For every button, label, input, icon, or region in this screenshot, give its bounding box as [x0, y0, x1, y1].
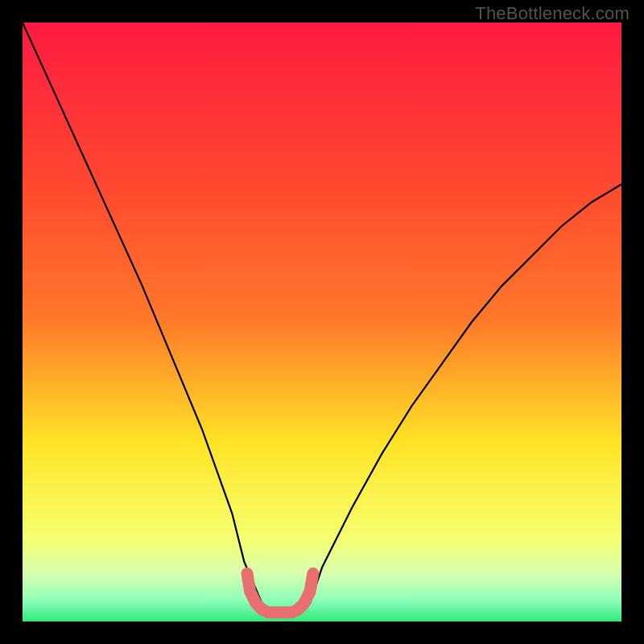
- bottleneck-chart: [23, 23, 621, 621]
- watermark-label: TheBottleneck.com: [475, 3, 630, 24]
- chart-background: [23, 23, 621, 621]
- chart-frame: TheBottleneck.com: [0, 0, 644, 644]
